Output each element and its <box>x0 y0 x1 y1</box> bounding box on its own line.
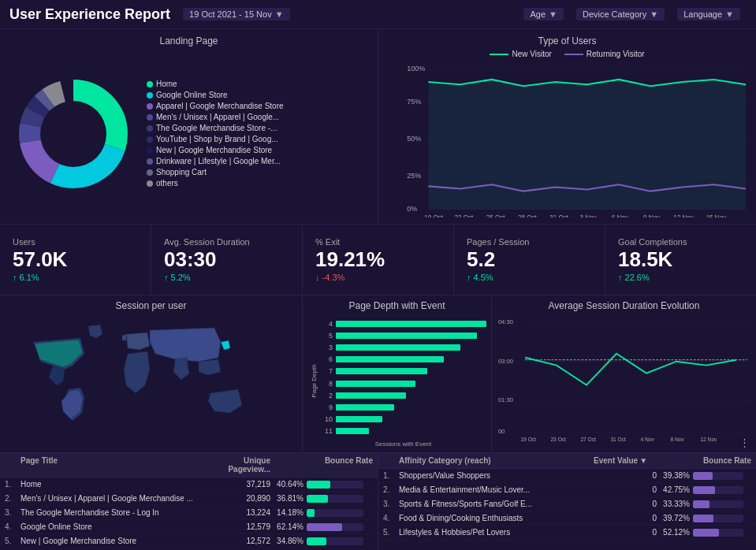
metric-label: Users <box>13 237 138 247</box>
session-map-section: Session per user <box>0 295 303 452</box>
metric-change: ↑ 4.5% <box>467 273 592 282</box>
th-bounce-rate-right: Bounce Rate <box>657 456 751 465</box>
avg-session-chart: 04:30 03:00 01:30 00 19 Oct 23 Oct <box>497 314 751 448</box>
depth-bar-row: 5 <box>320 332 486 340</box>
list-item: Google Online Store <box>147 91 371 99</box>
svg-text:12 Nov: 12 Nov <box>700 437 717 442</box>
chevron-down-icon: ▼ <box>549 9 557 19</box>
depth-bar-row: 4 <box>320 320 486 328</box>
table-row: 5. New | Google Merchandise Store 12,572… <box>0 534 378 548</box>
landing-page-section: Landing Page <box>0 29 378 224</box>
sort-icon[interactable]: ▼ <box>639 456 647 465</box>
type-users-chart: 100% 75% 50% 25% 0% <box>385 61 750 217</box>
metric-change: ↓ -4.3% <box>315 273 441 282</box>
left-table: Page Title Unique Pageview... Bounce Rat… <box>0 453 378 550</box>
svg-text:75%: 75% <box>407 98 421 106</box>
table-header: Affinity Category (reach) Event Value ▼ … <box>378 453 756 469</box>
list-item: New | Google Merchandise Store <box>147 146 371 154</box>
legend-dot <box>147 180 153 187</box>
metric-change: ↑ 5.2% <box>164 273 289 282</box>
page-depth-title: Page Depth with Event <box>307 300 486 311</box>
metric-value: 18.5K <box>618 248 743 271</box>
legend-returning-visitor: Returning Visitor <box>564 50 645 58</box>
legend-dot <box>147 147 153 154</box>
svg-text:100%: 100% <box>407 65 425 72</box>
table-row: 2. Men's / Unisex | Apparel | Google Mer… <box>0 492 378 506</box>
depth-bar <box>336 321 486 327</box>
depth-bar <box>336 368 427 374</box>
depth-bar <box>336 416 382 422</box>
filter-group: Age ▼ Device Category ▼ Language ▼ <box>523 8 747 20</box>
metric-label: Pages / Session <box>467 237 592 247</box>
metric-label: Goal Completions <box>618 237 743 247</box>
chevron-down-icon: ▼ <box>275 9 284 19</box>
date-range-filter[interactable]: 19 Oct 2021 - 15 Nov ▼ <box>183 8 289 20</box>
svg-text:01:30: 01:30 <box>498 396 514 403</box>
chevron-down-icon: ▼ <box>650 9 658 19</box>
age-filter[interactable]: Age ▼ <box>523 8 563 20</box>
th-page-title: Page Title <box>20 456 207 474</box>
depth-bar <box>336 356 444 362</box>
legend-dot <box>147 158 153 165</box>
tables-row: Page Title Unique Pageview... Bounce Rat… <box>0 453 756 550</box>
th-pageviews: Unique Pageview... <box>207 456 270 474</box>
svg-text:31 Oct: 31 Oct <box>549 214 568 217</box>
legend-dot <box>147 169 153 176</box>
depth-bar-row: 9 <box>320 403 486 411</box>
table-row: 3. The Google Merchandise Store - Log In… <box>0 506 378 520</box>
metrics-row: Users 57.0K ↑ 6.1% Avg. Session Duration… <box>0 225 756 295</box>
svg-text:⋮: ⋮ <box>740 437 750 448</box>
world-map <box>5 314 297 448</box>
svg-text:00: 00 <box>498 428 505 435</box>
depth-bar-row: 10 <box>320 415 486 423</box>
returning-visitor-line <box>564 54 583 55</box>
chart-legend: New Visitor Returning Visitor <box>385 50 750 58</box>
table-row: 1. Home 37,219 40.64% <box>0 478 378 492</box>
legend-dot <box>147 81 153 87</box>
avg-session-section: Average Session Duration Evolution 04:30… <box>492 295 756 452</box>
list-item: YouTube | Shop by Brand | Goog... <box>147 135 371 143</box>
landing-content: Home Google Online Store Apparel | Googl… <box>6 50 371 217</box>
list-item: Drinkware | Lifestyle | Google Mer... <box>147 157 371 165</box>
language-filter[interactable]: Language ▼ <box>677 8 740 20</box>
device-category-filter[interactable]: Device Category ▼ <box>576 8 665 20</box>
depth-bar-row: 3 <box>320 344 486 351</box>
y-axis-label: Page Depth <box>307 314 320 448</box>
th-event-value: Event Value ▼ <box>594 456 657 465</box>
list-item: Shopping Cart <box>147 168 371 177</box>
right-table: Affinity Category (reach) Event Value ▼ … <box>378 453 756 550</box>
donut-chart <box>6 67 140 201</box>
svg-text:25 Oct: 25 Oct <box>486 214 505 217</box>
svg-text:3 Nov: 3 Nov <box>580 214 598 217</box>
metric-value: 57.0K <box>13 248 138 271</box>
svg-text:0%: 0% <box>407 205 417 213</box>
svg-text:15 Nov: 15 Nov <box>706 214 727 217</box>
metric-exit: % Exit 19.21% ↓ -4.3% <box>303 225 454 295</box>
legend-dot <box>147 103 153 110</box>
type-users-title: Type of Users <box>385 35 750 46</box>
svg-text:4 Nov: 4 Nov <box>640 437 654 442</box>
list-item: others <box>147 179 371 188</box>
depth-bar <box>336 404 394 411</box>
legend-dot <box>147 136 153 143</box>
svg-point-8 <box>40 101 106 167</box>
th-num <box>383 456 399 465</box>
svg-text:27 Oct: 27 Oct <box>580 437 596 442</box>
top-row: Landing Page <box>0 29 756 225</box>
table-row: 3. Sports & Fitness/Sports Fans/Golf E..… <box>378 497 756 511</box>
th-bounce-rate: Bounce Rate <box>270 456 373 474</box>
legend-dot <box>147 92 153 98</box>
table-row: 4. Google Online Store 12,579 62.14% <box>0 520 378 534</box>
svg-text:9 Nov: 9 Nov <box>643 214 661 217</box>
x-axis-label: Sessions with Event <box>320 440 486 448</box>
metric-label: % Exit <box>315 237 441 247</box>
depth-bar-row: 11 <box>320 427 486 435</box>
th-affinity: Affinity Category (reach) <box>399 456 594 465</box>
svg-text:04:30: 04:30 <box>498 318 514 325</box>
bottom-charts-row: Session per user <box>0 295 756 453</box>
metric-pages-session: Pages / Session 5.2 ↑ 4.5% <box>454 225 605 295</box>
svg-text:6 Nov: 6 Nov <box>612 214 629 217</box>
legend-new-visitor: New Visitor <box>490 50 551 58</box>
svg-text:23 Oct: 23 Oct <box>550 437 566 442</box>
metric-change: ↑ 22.6% <box>618 273 743 282</box>
